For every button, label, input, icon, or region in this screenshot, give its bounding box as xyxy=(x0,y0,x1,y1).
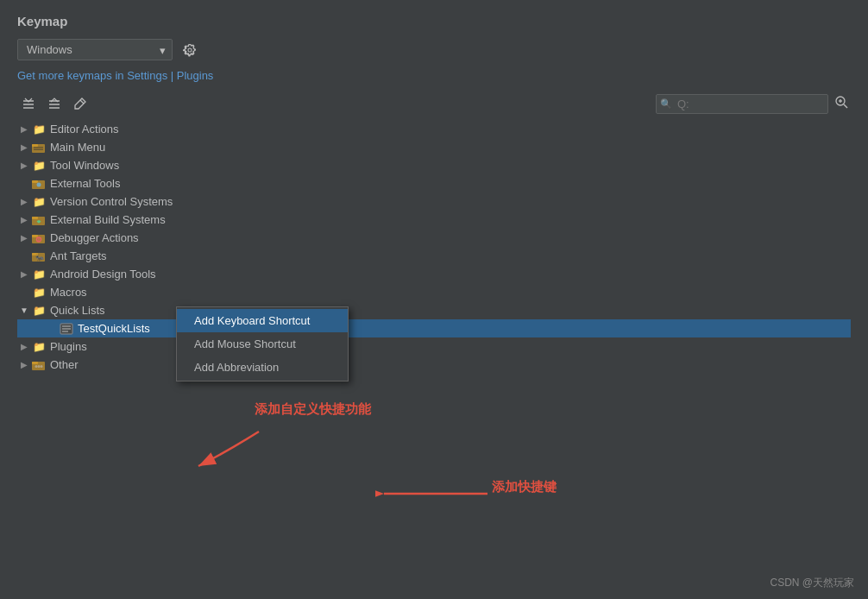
panel-title: Keymap xyxy=(17,14,851,28)
menu-folder-svg xyxy=(32,142,46,154)
keymap-panel: Keymap Windows macOS Eclipse Emacs Get m… xyxy=(0,0,868,599)
label-external-build: External Build Systems xyxy=(50,213,166,226)
debugger-svg xyxy=(32,232,46,244)
tree-area: ▶ 📁 Editor Actions ▶ Main Menu ▶ 📁 Tool … xyxy=(17,120,851,590)
icon-test-quick-lists xyxy=(59,323,74,335)
tools-icon-svg xyxy=(32,178,46,190)
arrow-quick-lists: ▼ xyxy=(17,306,31,315)
tree-item-external-build[interactable]: ▶ External Build Systems xyxy=(17,211,851,229)
label-test-quick-lists: TestQuickLists xyxy=(78,322,150,335)
edit-icon xyxy=(73,97,87,110)
svg-text:🐜: 🐜 xyxy=(35,253,44,262)
search-input[interactable] xyxy=(656,94,828,114)
keymap-select[interactable]: Windows macOS Eclipse Emacs xyxy=(17,39,173,60)
svg-point-36 xyxy=(41,365,43,368)
folder-icon-editor-actions: 📁 xyxy=(31,123,47,136)
label-quick-lists: Quick Lists xyxy=(50,304,105,317)
ant-svg: 🐜 xyxy=(32,250,46,262)
context-menu-add-keyboard[interactable]: Add Keyboard Shortcut xyxy=(177,309,348,332)
folder-icon-tool-windows: 📁 xyxy=(31,160,47,172)
context-menu-add-mouse[interactable]: Add Mouse Shortcut xyxy=(177,332,348,356)
svg-rect-33 xyxy=(32,362,38,364)
label-debugger: Debugger Actions xyxy=(50,231,139,244)
svg-line-6 xyxy=(80,100,84,104)
edit-button[interactable] xyxy=(69,94,91,113)
search-box xyxy=(656,92,851,115)
svg-rect-19 xyxy=(32,217,38,219)
gear-button[interactable] xyxy=(179,40,200,60)
icon-external-tools xyxy=(31,178,47,190)
svg-line-8 xyxy=(844,104,847,108)
icon-ant: 🐜 xyxy=(31,250,47,262)
arrow-tool-windows: ▶ xyxy=(17,161,31,170)
keymap-row: Windows macOS Eclipse Emacs xyxy=(17,39,851,60)
folder-icon-plugins: 📁 xyxy=(31,341,47,353)
other-svg xyxy=(32,359,46,371)
folder-icon-version-control: 📁 xyxy=(31,196,47,208)
tree-item-android[interactable]: ▶ 📁 Android Design Tools xyxy=(17,265,851,283)
svg-point-34 xyxy=(35,365,38,368)
svg-rect-14 xyxy=(34,148,43,150)
arrow-other: ▶ xyxy=(17,360,31,369)
folder-icon-macros: 📁 xyxy=(31,287,47,299)
svg-point-17 xyxy=(37,182,41,186)
context-menu: Add Keyboard Shortcut Add Mouse Shortcut… xyxy=(176,306,349,381)
tree-item-plugins[interactable]: ▶ 📁 Plugins xyxy=(17,337,851,356)
arrow-debugger: ▶ xyxy=(17,233,31,243)
tree-item-tool-windows[interactable]: ▶ 📁 Tool Windows xyxy=(17,156,851,174)
expand-all-icon xyxy=(22,97,35,110)
svg-rect-12 xyxy=(32,144,38,147)
svg-point-20 xyxy=(38,220,41,223)
label-main-menu: Main Menu xyxy=(50,141,105,154)
icon-external-build xyxy=(31,214,47,226)
arrow-editor-actions: ▶ xyxy=(17,124,31,134)
tree-item-external-tools[interactable]: ▶ External Tools xyxy=(17,174,851,192)
label-ant: Ant Targets xyxy=(50,249,107,262)
search-options-icon xyxy=(834,95,848,109)
label-macros: Macros xyxy=(50,286,87,299)
folder-icon-main-menu xyxy=(31,142,47,154)
tree-item-editor-actions[interactable]: ▶ 📁 Editor Actions xyxy=(17,120,851,138)
label-external-tools: External Tools xyxy=(50,177,120,190)
search-wrapper xyxy=(656,94,828,114)
keymap-select-wrapper[interactable]: Windows macOS Eclipse Emacs xyxy=(17,39,173,60)
arrow-android: ▶ xyxy=(17,269,31,279)
svg-rect-16 xyxy=(32,180,38,183)
icon-other xyxy=(31,359,47,371)
toolbar-row xyxy=(17,92,851,115)
svg-point-35 xyxy=(38,365,41,368)
collapse-all-icon xyxy=(47,97,61,110)
tree-item-debugger[interactable]: ▶ Debugger Actions xyxy=(17,229,851,247)
tree-item-quick-lists[interactable]: ▼ 📁 Quick Lists xyxy=(17,301,851,319)
tree-item-version-control[interactable]: ▶ 📁 Version Control Systems xyxy=(17,192,851,211)
icon-debugger xyxy=(31,232,47,244)
arrow-plugins: ▶ xyxy=(17,342,31,351)
tree-item-other[interactable]: ▶ Other xyxy=(17,356,851,374)
build-folder-svg xyxy=(32,214,46,226)
link-row: Get more keymaps in Settings | Plugins xyxy=(17,69,851,82)
arrow-external-build: ▶ xyxy=(17,215,31,224)
tree-item-main-menu[interactable]: ▶ Main Menu xyxy=(17,138,851,156)
svg-rect-22 xyxy=(32,235,38,237)
search-options-button[interactable] xyxy=(832,92,851,115)
label-tool-windows: Tool Windows xyxy=(50,159,119,172)
collapse-all-button[interactable] xyxy=(43,94,66,113)
label-android: Android Design Tools xyxy=(50,268,156,281)
gear-icon xyxy=(183,43,197,57)
tree-item-macros[interactable]: ▶ 📁 Macros xyxy=(17,283,851,301)
expand-all-button[interactable] xyxy=(17,94,40,113)
arrow-main-menu: ▶ xyxy=(17,142,31,152)
watermark: CSDN @天然玩家 xyxy=(770,576,854,590)
tree-item-test-quick-lists[interactable]: ▶ TestQuickLists xyxy=(17,319,851,337)
plugins-link[interactable]: Get more keymaps in Settings | Plugins xyxy=(17,69,213,82)
folder-icon-android: 📁 xyxy=(31,268,47,281)
tree-item-ant[interactable]: ▶ 🐜 Ant Targets xyxy=(17,247,851,265)
label-other: Other xyxy=(50,358,79,371)
label-plugins: Plugins xyxy=(50,340,87,353)
label-version-control: Version Control Systems xyxy=(50,195,173,208)
context-menu-add-abbreviation[interactable]: Add Abbreviation xyxy=(177,356,348,379)
list-icon-svg xyxy=(60,323,73,335)
svg-rect-13 xyxy=(34,147,43,148)
arrow-version-control: ▶ xyxy=(17,197,31,206)
folder-icon-quick-lists: 📁 xyxy=(31,305,47,317)
